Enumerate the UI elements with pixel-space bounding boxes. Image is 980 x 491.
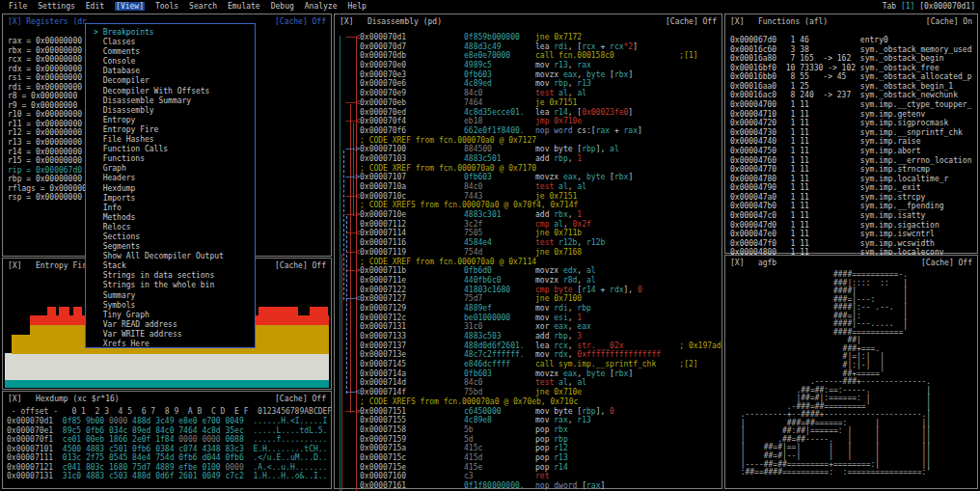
disasm-row[interactable]: ──<0x000070eb7464je 0x7151: [335, 98, 721, 108]
tab-indicator[interactable]: Tab [1] [0x000070d1]: [883, 2, 975, 11]
disasm-row[interactable]: 0x0000711e440fb6c0movzx r8d, al: [335, 276, 721, 286]
hexdump-row[interactable]: 0x00007121 c041 803c 1680 75d7 4889 efbe…: [7, 463, 327, 473]
view-menu-item-breakpoints[interactable]: > Breakpoints: [94, 28, 224, 38]
register-row-rsp[interactable]: rsp = 0x00000000: [8, 193, 96, 203]
view-menu-item-database[interactable]: Database: [94, 67, 224, 76]
menubar-item-edit[interactable]: Edit: [86, 2, 104, 11]
view-menu-item-classes[interactable]: Classes: [94, 38, 224, 47]
function-row[interactable]: 0x00004740 1 11 sym.imp.raise: [730, 137, 971, 147]
disasm-row[interactable]: ──>0x00007100884500mov byte [rbp], al: [335, 145, 721, 154]
view-menu-item-console[interactable]: Console: [94, 57, 224, 67]
disasm-row[interactable]: 0x000070e984c0test al, al: [335, 89, 721, 98]
register-row-rcx[interactable]: rcx = 0x00000000: [8, 55, 96, 65]
register-row-rbx[interactable]: rbx = 0x00000000: [8, 46, 96, 56]
function-row[interactable]: 0x00016bf0 10 73330 -> 102 sym._obstack_…: [730, 64, 971, 73]
menubar-item-file[interactable]: File: [9, 2, 27, 11]
disasm-row[interactable]: 0x0000715e415epop r14: [335, 463, 721, 473]
function-row[interactable]: 0x00004780 1 11 sym.imp.localtime_r: [730, 175, 971, 184]
menubar-item-analyze[interactable]: Analyze: [305, 2, 338, 11]
disasm-row[interactable]: 0x00007160c3ret: [335, 472, 721, 481]
function-row[interactable]: 0x00016aa0 1 25 sym._obstack_begin_1: [730, 82, 971, 92]
function-row[interactable]: 0x00004750 1 11 sym.imp.abort: [730, 147, 971, 156]
disasm-row[interactable]: ──<0x0000714f75bdjne 0x710e: [335, 388, 721, 397]
function-row[interactable]: 0x000067d0 1 46 entry0: [730, 36, 971, 45]
register-row-rdi[interactable]: rdi = 0x00000000: [8, 83, 96, 93]
function-row[interactable]: 0x00004730 1 11 sym.imp.__snprintf_chk: [730, 128, 971, 138]
disasm-row[interactable]: ──>0x00007151c6450000mov byte [rbp], 0: [335, 407, 721, 417]
disasm-row[interactable]: 0x0000713e48c7c2ffffff.mov rdx, 0xffffff…: [335, 350, 721, 360]
disasm-row[interactable]: ──<0x0000712775d7jne 0x7100: [335, 294, 721, 304]
close-registers-panel-button[interactable]: [X]: [8, 17, 21, 26]
disasm-row[interactable]: ──<0x00007119754djne 0x7168: [335, 248, 721, 258]
menubar-item-emulate[interactable]: Emulate: [228, 2, 260, 11]
view-menu-item-strings-in-data-sections[interactable]: Strings in data sections: [94, 271, 224, 281]
view-menu-item-file-hashes[interactable]: File Hashes: [94, 135, 224, 145]
close-functions-panel-button[interactable]: [X]: [730, 17, 744, 26]
view-menu-item-headers[interactable]: Headers: [94, 174, 224, 183]
register-row-rax[interactable]: rax = 0x00000000: [8, 37, 96, 46]
hexdump-row[interactable]: 0x00007131 31c0 4883 c503 488d 0d6f 2601…: [7, 472, 327, 481]
menubar-item-tools[interactable]: Tools: [155, 2, 178, 11]
close-disassembly-panel-button[interactable]: [X]: [340, 17, 353, 26]
disasm-row[interactable]: ──<0x000071147505jne 0x711b: [335, 229, 721, 238]
register-row-rbp[interactable]: rbp = 0x00000000: [8, 175, 96, 184]
disasm-row[interactable]: 0x000071610f1f80000000.nop dword [rax]: [335, 481, 721, 491]
view-menu-item-segments[interactable]: Segments: [94, 242, 224, 252]
view-menu-item-summary[interactable]: Summary: [94, 291, 224, 301]
register-row-rdx[interactable]: rdx = 0x00000000: [8, 65, 96, 74]
view-menu-item-info[interactable]: Info: [94, 204, 224, 213]
disasm-row[interactable]: 0x000071554c89e8mov rax, r13: [335, 416, 721, 425]
view-menu-item-stack[interactable]: Stack: [94, 261, 224, 271]
view-menu-item-strings-in-the-whole-bin[interactable]: Strings in the whole bin: [94, 281, 224, 290]
hexdump-row[interactable]: 0x000070e1 89c5 0fb6 034c 89ed 84c0 7464…: [7, 426, 327, 436]
disasm-row[interactable]: 0x00007145e846dcffffcall sym.imp.__sprin…: [335, 360, 721, 369]
disasm-row[interactable]: ──>0x000071070fb603movzx eax, byte [rbx]: [335, 173, 721, 182]
function-row[interactable]: 0x000047f0 1 11 sym.imp.wcswidth: [730, 239, 971, 249]
view-menu-item-xrefs-here[interactable]: Xrefs Here: [94, 340, 224, 349]
disasm-row[interactable]: 0x0000713131c0xor eax, eax: [335, 322, 721, 332]
view-menu-item-decompiler[interactable]: Decompiler: [94, 76, 224, 86]
view-menu-item-disassemble-summary[interactable]: Disassemble Summary: [94, 96, 224, 106]
function-row[interactable]: 0x00004790 1 11 sym.imp._exit: [730, 183, 971, 193]
disasm-row[interactable]: 0x0000715c415dpop r13: [335, 453, 721, 463]
register-row-r13[interactable]: r13 = 0x00000000: [8, 138, 96, 148]
disasm-row[interactable]: 0x0000710a84c0test al, al: [335, 182, 721, 192]
function-row[interactable]: 0x000047c0 1 11 sym.imp.isatty: [730, 211, 971, 221]
disasm-xref-comment[interactable]: ; CODE XREF from fcn.000070a0 @ 0x7170: [335, 164, 721, 174]
disasm-xref-comment[interactable]: ; CODE XREF from fcn.000070a0 @ 0x7127: [335, 136, 721, 146]
disasm-row[interactable]: ──>0x0000711b0fb6d0movzx edx, al: [335, 266, 721, 276]
menubar-item-view[interactable]: [View]: [115, 2, 145, 11]
disasm-row[interactable]: ──<0x0000710c7443je 0x7151: [335, 192, 721, 202]
register-row-r10[interactable]: r10 = 0x00000000: [8, 110, 96, 120]
view-menu-item-decompiler-with-offsets[interactable]: Decompiler With Offsets: [94, 87, 224, 96]
view-menu-item-functions[interactable]: Functions: [94, 154, 224, 164]
hexdump-row[interactable]: 0x000070f1 ce01 00eb 1866 2e0f 1f84 0000…: [7, 435, 327, 445]
view-menu-item-imports[interactable]: Imports: [94, 194, 224, 204]
disasm-row[interactable]: 0x000071294889efmov rdi, rbp: [335, 304, 721, 314]
register-row-rip[interactable]: rip = 0x000067d0: [8, 166, 96, 176]
functions-cache-toggle[interactable]: [Cache] On: [926, 17, 972, 26]
register-row-r14[interactable]: r14 = 0x00000000: [8, 148, 96, 157]
disasm-row[interactable]: 0x000070e30fb603movzx eax, byte [rbx]: [335, 70, 721, 80]
function-row[interactable]: 0x00016ac0 8 240 -> 237 sym._obstack_new…: [730, 91, 971, 100]
disasm-row[interactable]: ──<0x000070d10f859b000000jne 0x7172: [335, 33, 721, 42]
registers-cache-toggle[interactable]: [Cache] Off: [275, 17, 326, 26]
function-row[interactable]: 0x00004770 1 11 sym.imp.strncmp: [730, 165, 971, 175]
view-menu-item-tiny-graph[interactable]: Tiny Graph: [94, 311, 224, 320]
view-menu-item-relocs[interactable]: Relocs: [94, 223, 224, 232]
register-row-r8[interactable]: r8 = 0x00000000: [8, 92, 96, 101]
disasm-row[interactable]: 0x000070e04989c5mov r13, rax: [335, 61, 721, 70]
register-row-r12[interactable]: r12 = 0x00000000: [8, 128, 96, 138]
disasm-row[interactable]: 0x000071123c2fcmp al, 0x2f: [335, 220, 721, 230]
view-menu-item-comments[interactable]: Comments: [94, 47, 224, 57]
menubar-item-settings[interactable]: Settings: [38, 2, 75, 11]
disasm-row[interactable]: 0x000071034883c501add rbp, 1: [335, 154, 721, 164]
view-menu-item-entropy[interactable]: Entropy: [94, 116, 224, 125]
view-menu-item-symbols[interactable]: Symbols: [94, 301, 224, 311]
function-row[interactable]: 0x000047d0 1 11 sym.imp.sigaction: [730, 221, 971, 231]
view-menu-item-graph[interactable]: Graph: [94, 164, 224, 174]
close-graph-panel-button[interactable]: [X]: [730, 259, 744, 267]
view-menu-item-methods[interactable]: Methods: [94, 213, 224, 223]
register-row-rflags[interactable]: rflags = 0x00000000: [8, 184, 96, 194]
function-row[interactable]: 0x00016a80 7 165 -> 162 sym._obstack_beg…: [730, 54, 971, 64]
